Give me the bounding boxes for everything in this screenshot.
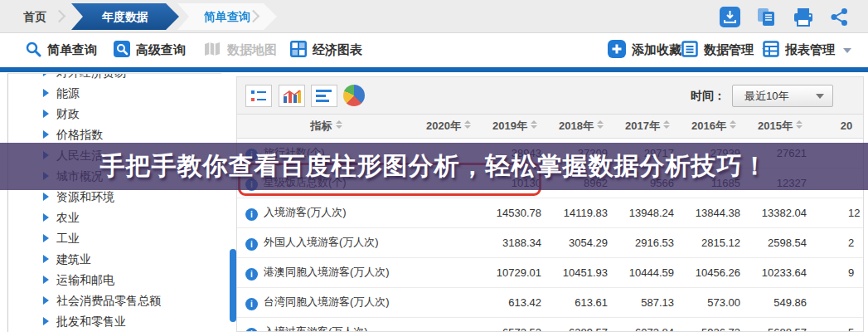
arrow-right-icon — [43, 73, 49, 76]
breadcrumb-annual-data[interactable]: 年度数据 — [71, 3, 179, 30]
pie-chart-icon[interactable] — [343, 85, 365, 106]
sort-icon — [730, 120, 736, 129]
simple-query-label: 简单查询 — [47, 42, 97, 58]
report-manage-label: 报表管理 — [785, 42, 835, 58]
time-range-value: 最近10年 — [744, 90, 788, 102]
sidebar-item-agriculture[interactable]: 农业 — [8, 208, 221, 228]
chevron-separator-icon — [53, 10, 66, 23]
add-favorite-label: 添加收藏 — [632, 42, 681, 58]
table-row: i入境游客(万人次) 14530.78 14119.83 13948.24 13… — [237, 198, 864, 227]
sidebar-item-energy[interactable]: 能源 — [8, 83, 221, 104]
breadcrumb-home[interactable]: 首页 — [23, 0, 46, 33]
report-manage-button[interactable]: 报表管理 — [763, 33, 851, 67]
sidebar-scrollbar-thumb[interactable] — [230, 249, 236, 322]
sort-icon — [464, 120, 471, 129]
data-manage-label: 数据管理 — [704, 42, 754, 58]
sidebar-item-wholesale-retail[interactable]: 批发和零售业 — [8, 311, 221, 332]
sidebar-item-retail-total[interactable]: 社会消费品零售总额 — [8, 290, 221, 311]
breadcrumb-simple-query[interactable]: 简单查询 — [177, 3, 277, 30]
sidebar-item-industry[interactable]: 工业 — [8, 228, 221, 249]
category-list: 对外经济贸易 能源 财政 价格指数 人民生活 城市概况 资源和环境 农业 工业 … — [8, 73, 221, 332]
year-column-header[interactable]: 2018年 — [548, 115, 614, 138]
data-map-button[interactable]: 数据地图 — [203, 33, 277, 67]
sort-icon — [663, 120, 670, 129]
year-column-header[interactable]: 2015年 — [747, 115, 813, 138]
print-icon[interactable] — [793, 7, 814, 27]
arrow-right-icon — [43, 89, 49, 97]
add-favorite-button[interactable]: 添加收藏 — [608, 33, 681, 67]
bar-chart-icon[interactable] — [311, 85, 337, 107]
promo-banner-text: 手把手教你查看百度柱形图分析，轻松掌握数据分析技巧！ — [100, 149, 769, 183]
advanced-query-label: 高级查询 — [136, 42, 186, 58]
data-manage-button[interactable]: 数据管理 — [681, 33, 770, 67]
sidebar-item-construction[interactable]: 建筑业 — [8, 249, 221, 270]
year-column-header[interactable]: 2019年 — [482, 115, 548, 138]
sidebar-item-label: 对外经济贸易 — [56, 73, 126, 79]
list-view-icon[interactable] — [245, 85, 272, 107]
column-chart-icon[interactable] — [279, 85, 305, 107]
chevron-down-icon — [843, 48, 851, 53]
sidebar-item-label: 建筑业 — [56, 252, 91, 266]
view-toolbar: 时间： 最近10年 — [237, 77, 863, 115]
arrow-right-icon — [43, 130, 49, 139]
sidebar-item-label: 批发和零售业 — [56, 315, 126, 328]
table-header-row: 指标 2020年 2019年 2018年 2017年 2016年 2015年 2… — [237, 115, 864, 138]
sort-icon — [336, 120, 342, 129]
year-column-header[interactable]: 2020年 — [415, 115, 482, 138]
economic-chart-button[interactable]: 经济图表 — [290, 33, 362, 67]
arrow-right-icon — [43, 213, 49, 222]
nbs-data-query-app: 首页 年度数据 简单查询 简单查询 高级查询 数据地图 — [0, 0, 868, 332]
blue-divider — [0, 67, 868, 72]
advanced-search-icon — [114, 41, 130, 60]
indicator-label: 台湾同胞入境游客(万人次) — [264, 295, 390, 308]
table-row: i外国人入境游客(万人次) 3188.34 3054.29 2916.53 28… — [237, 227, 864, 257]
economic-chart-icon — [290, 41, 307, 60]
arrow-right-icon — [43, 255, 49, 263]
report-manage-icon — [763, 41, 779, 60]
info-icon[interactable]: i — [245, 328, 258, 332]
simple-query-button[interactable]: 简单查询 — [25, 33, 97, 67]
indicator-column-header[interactable]: 指标 — [237, 115, 415, 138]
sidebar-item-finance[interactable]: 财政 — [8, 104, 221, 124]
year-column-header[interactable]: 2016年 — [681, 115, 747, 138]
data-map-label: 数据地图 — [227, 42, 277, 58]
sidebar-item-label: 社会消费品零售总额 — [56, 294, 161, 307]
arrow-right-icon — [43, 317, 49, 325]
arrow-right-icon — [43, 296, 49, 305]
sidebar-item-label: 价格指数 — [56, 128, 103, 141]
sort-icon — [597, 120, 604, 129]
sort-icon — [796, 120, 803, 129]
economic-chart-label: 经济图表 — [313, 42, 362, 58]
sidebar-item-label: 农业 — [56, 211, 80, 224]
query-toolbar: 简单查询 高级查询 数据地图 经济图表 添加收藏 数据管理 报表管理 — [0, 33, 868, 67]
data-table-card: 时间： 最近10年 指标 2020年 2019年 2018年 2017年 201… — [236, 76, 864, 332]
share-icon[interactable] — [829, 7, 851, 27]
copy-icon[interactable] — [756, 7, 778, 27]
info-icon[interactable]: i — [245, 268, 258, 281]
sidebar-item-transport-post[interactable]: 运输和邮电 — [8, 270, 221, 290]
info-icon[interactable]: i — [245, 238, 258, 251]
sidebar-item-foreign-trade[interactable]: 对外经济贸易 — [8, 73, 221, 83]
info-icon[interactable]: i — [245, 208, 258, 221]
category-sidebar: 对外经济贸易 能源 财政 价格指数 人民生活 城市概况 资源和环境 农业 工业 … — [7, 73, 221, 332]
download-icon[interactable] — [720, 7, 741, 27]
advanced-query-button[interactable]: 高级查询 — [114, 33, 186, 67]
sidebar-item-label: 能源 — [56, 86, 80, 100]
indicator-label: 入境过夜游客(万人次) — [264, 325, 368, 332]
info-icon[interactable]: i — [245, 298, 258, 310]
table-row: i台湾同胞入境游客(万人次) 613.42 613.61 587.13 573.… — [237, 287, 864, 317]
year-column-header[interactable]: 2017年 — [614, 115, 681, 138]
sort-icon — [531, 120, 537, 129]
arrow-right-icon — [43, 234, 49, 242]
table-row: i港澳同胞入境游客(万人次) 10729.01 10451.93 10444.5… — [237, 257, 864, 287]
add-favorite-icon — [608, 40, 626, 61]
search-icon — [25, 41, 41, 60]
table-row: i入境过夜游客(万人次) 6572.52 6289.57 6073.84 592… — [237, 317, 864, 332]
time-range-dropdown[interactable]: 最近10年 — [732, 85, 833, 107]
chevron-down-icon — [816, 94, 824, 99]
data-manage-icon — [681, 41, 698, 60]
time-filter-label: 时间： — [691, 89, 725, 104]
arrow-right-icon — [43, 193, 49, 201]
year-column-header-clipped[interactable]: 20 — [813, 115, 864, 138]
sidebar-item-label: 工业 — [56, 232, 80, 245]
